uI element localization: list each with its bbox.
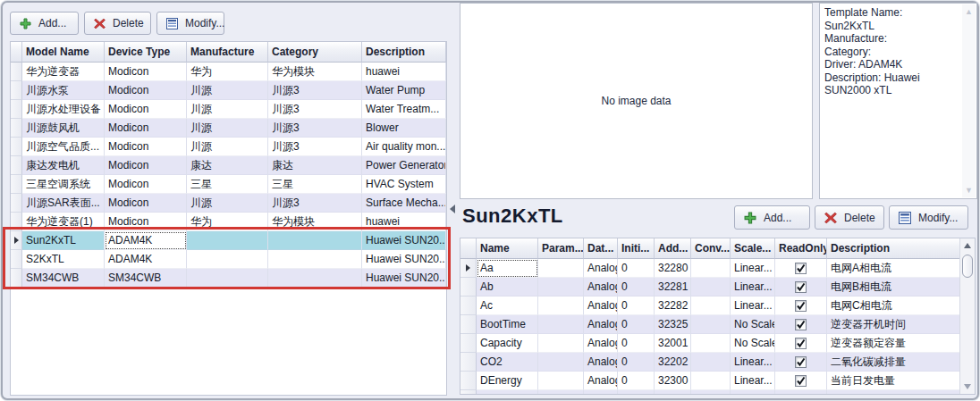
table-row[interactable]: S2KxTLADAM4KHuawei SUN20... bbox=[11, 250, 446, 269]
column-header-name[interactable]: Name bbox=[477, 238, 538, 259]
table-row[interactable] bbox=[460, 390, 961, 395]
grid-cell-description[interactable]: 二氧化碳减排量 bbox=[827, 353, 961, 372]
row-header[interactable] bbox=[11, 138, 22, 156]
grid-cell-name[interactable] bbox=[477, 390, 538, 395]
table-row[interactable]: SM34CWBSM34CWBHuawei SUN20... bbox=[11, 269, 446, 288]
grid-cell-readonly[interactable] bbox=[775, 372, 827, 390]
grid-cell-type[interactable]: SM34CWB bbox=[105, 269, 187, 288]
grid-cell-conv[interactable] bbox=[691, 372, 731, 390]
grid-cell-initial[interactable] bbox=[618, 390, 655, 395]
grid-cell-model[interactable]: 川源SAR表面... bbox=[22, 194, 105, 213]
row-header[interactable] bbox=[11, 231, 22, 250]
grid-cell-scale[interactable]: Linear... bbox=[731, 297, 775, 315]
table-row[interactable]: BootTimeAnalog032325No Scale逆变器开机时间 bbox=[460, 315, 961, 334]
table-row[interactable]: Sun2KxTLADAM4KHuawei SUN20... bbox=[11, 231, 446, 250]
grid-cell-type[interactable]: Modicon bbox=[105, 194, 187, 213]
table-row[interactable]: DEnergyAnalog032300Linear...当前日发电量 bbox=[460, 372, 961, 390]
table-row[interactable]: AcAnalog032282Linear...电网C相电流 bbox=[460, 297, 961, 315]
table-row[interactable]: 华为逆变器Modicon华为华为模块huawei bbox=[11, 63, 446, 81]
grid-cell-category[interactable]: 华为模块 bbox=[268, 63, 362, 81]
scrollbar-thumb[interactable] bbox=[962, 255, 973, 278]
grid-cell-type[interactable]: Modicon bbox=[105, 100, 187, 119]
column-header-description[interactable]: Description bbox=[362, 42, 446, 63]
grid-cell-type[interactable]: Modicon bbox=[105, 119, 187, 138]
grid-cell-address[interactable]: 32280 bbox=[655, 259, 691, 278]
grid-cell-model[interactable]: 华为逆变器(1) bbox=[22, 213, 105, 231]
grid-cell-category[interactable]: 华为模块 bbox=[268, 213, 362, 231]
grid-cell-category[interactable]: 康达 bbox=[268, 156, 362, 175]
grid-cell-manufacture[interactable]: 华为 bbox=[187, 63, 268, 81]
row-header-corner[interactable] bbox=[460, 238, 477, 259]
points-table-scrollbar[interactable] bbox=[959, 238, 975, 394]
grid-cell-description[interactable] bbox=[827, 390, 961, 395]
grid-cell-readonly[interactable] bbox=[775, 315, 827, 334]
table-row[interactable]: 川源SAR表面...Modicon川源川源3Surface Mecha... bbox=[11, 194, 446, 213]
grid-cell-manufacture[interactable]: 川源 bbox=[187, 119, 268, 138]
grid-cell-data_type[interactable]: Analog bbox=[584, 315, 618, 334]
row-header[interactable] bbox=[11, 269, 22, 288]
column-header-conv[interactable]: Conv... bbox=[691, 238, 731, 259]
row-header[interactable] bbox=[11, 119, 22, 138]
scroll-up-icon[interactable]: ▲ bbox=[962, 7, 976, 16]
grid-cell-name[interactable]: BootTime bbox=[477, 315, 538, 334]
grid-cell-data_type[interactable]: Analog bbox=[584, 259, 618, 278]
grid-cell-model[interactable]: SM34CWB bbox=[22, 269, 105, 288]
grid-cell-manufacture[interactable]: 川源 bbox=[187, 138, 268, 156]
grid-cell-description[interactable]: huawei bbox=[362, 63, 446, 81]
grid-cell-conv[interactable] bbox=[691, 353, 731, 372]
grid-cell-scale[interactable]: Linear... bbox=[731, 372, 775, 390]
readonly-checkbox[interactable] bbox=[795, 394, 807, 396]
grid-cell-description[interactable]: 当前日发电量 bbox=[827, 372, 961, 390]
splitter-collapse-arrow-icon[interactable] bbox=[450, 205, 455, 213]
delete-point-button[interactable]: Delete bbox=[815, 205, 884, 230]
grid-cell-readonly[interactable] bbox=[775, 390, 827, 395]
table-row[interactable]: 川源水处理设备Modicon川源川源3Water Treatm... bbox=[11, 100, 446, 119]
table-row[interactable]: CO2Analog032202Linear...二氧化碳减排量 bbox=[460, 353, 961, 372]
column-header-model-name[interactable]: Model Name bbox=[22, 42, 105, 63]
grid-cell-manufacture[interactable] bbox=[187, 250, 268, 269]
row-header[interactable] bbox=[460, 334, 477, 353]
column-header-initi[interactable]: Initi... bbox=[618, 238, 655, 259]
column-header-description[interactable]: Description bbox=[827, 238, 961, 259]
grid-cell-type[interactable]: ADAM4K bbox=[105, 231, 187, 250]
grid-cell-model[interactable]: 川源空气品质... bbox=[22, 138, 105, 156]
grid-cell-scale[interactable] bbox=[731, 390, 775, 395]
grid-cell-data_type[interactable]: Analog bbox=[584, 297, 618, 315]
grid-cell-type[interactable]: Modicon bbox=[105, 138, 187, 156]
readonly-checkbox[interactable] bbox=[795, 281, 807, 293]
grid-cell-category[interactable]: 川源3 bbox=[268, 119, 362, 138]
grid-cell-description[interactable]: 电网C相电流 bbox=[827, 297, 961, 315]
grid-cell-data_type[interactable]: Analog bbox=[584, 353, 618, 372]
grid-cell-initial[interactable]: 0 bbox=[618, 372, 655, 390]
grid-cell-address[interactable]: 32325 bbox=[655, 315, 691, 334]
grid-cell-manufacture[interactable]: 川源 bbox=[187, 100, 268, 119]
grid-cell-description[interactable]: Power Generator bbox=[362, 156, 446, 175]
grid-cell-model[interactable]: Sun2KxTL bbox=[22, 231, 105, 250]
grid-cell-model[interactable]: 川源水处理设备 bbox=[22, 100, 105, 119]
row-header[interactable] bbox=[460, 372, 477, 390]
grid-cell-initial[interactable]: 0 bbox=[618, 259, 655, 278]
scroll-up-icon[interactable] bbox=[964, 243, 971, 248]
grid-cell-description[interactable]: Water Treatm... bbox=[362, 100, 446, 119]
grid-cell-readonly[interactable] bbox=[775, 334, 827, 353]
row-header[interactable] bbox=[460, 390, 477, 395]
grid-cell-scale[interactable]: Linear... bbox=[731, 278, 775, 297]
grid-cell-initial[interactable]: 0 bbox=[618, 353, 655, 372]
column-header-category[interactable]: Category bbox=[268, 42, 362, 63]
add-template-button[interactable]: Add... bbox=[10, 12, 79, 35]
grid-cell-address[interactable] bbox=[655, 390, 691, 395]
row-header[interactable] bbox=[11, 175, 22, 194]
column-header-dat[interactable]: Dat... bbox=[584, 238, 618, 259]
grid-cell-param[interactable] bbox=[538, 297, 584, 315]
grid-cell-conv[interactable] bbox=[691, 297, 731, 315]
grid-cell-conv[interactable] bbox=[691, 259, 731, 278]
table-row[interactable]: 华为逆变器(1)Modicon华为华为模块huawei bbox=[11, 213, 446, 231]
table-row[interactable]: 川源空气品质...Modicon川源川源3Air quality mon... bbox=[11, 138, 446, 156]
row-header[interactable] bbox=[460, 315, 477, 334]
grid-cell-readonly[interactable] bbox=[775, 297, 827, 315]
grid-cell-readonly[interactable] bbox=[775, 259, 827, 278]
grid-cell-address[interactable]: 32202 bbox=[655, 353, 691, 372]
grid-cell-description[interactable]: 电网A相电流 bbox=[827, 259, 961, 278]
grid-cell-category[interactable]: 川源3 bbox=[268, 81, 362, 100]
grid-cell-readonly[interactable] bbox=[775, 353, 827, 372]
